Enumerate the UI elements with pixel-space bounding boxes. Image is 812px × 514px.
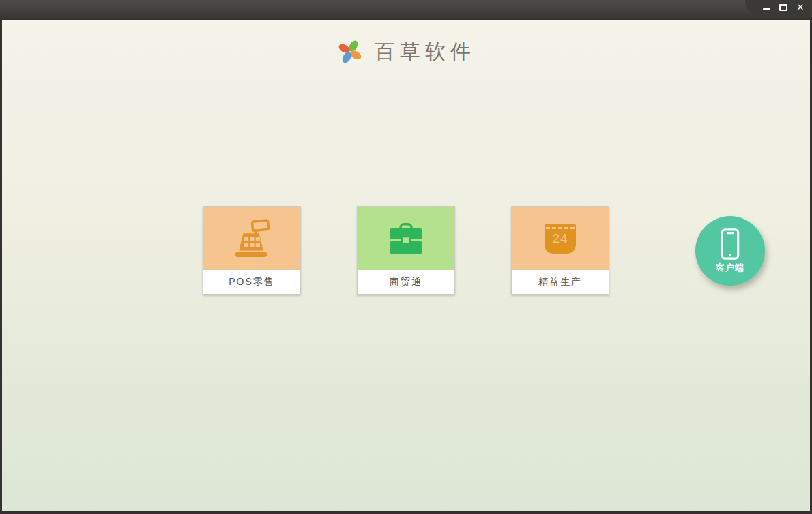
- product-card-trade-top: [358, 207, 454, 270]
- title-bar[interactable]: ✕: [0, 0, 812, 20]
- product-card-lean-label: 精益生产: [512, 270, 609, 294]
- pinwheel-logo-icon: [336, 38, 364, 65]
- product-card-pos-label: POS零售: [203, 270, 300, 294]
- calendar-number: 24: [545, 231, 576, 246]
- minimize-icon[interactable]: [762, 3, 771, 12]
- briefcase-icon: [389, 223, 423, 254]
- close-icon[interactable]: ✕: [796, 3, 805, 12]
- client-button-label: 客户端: [716, 262, 744, 274]
- product-card-pos-top: [203, 207, 300, 270]
- product-card-lean[interactable]: 24 精益生产: [511, 206, 609, 294]
- product-card-trade-label: 商贸通: [358, 270, 454, 294]
- cash-register-icon: [233, 219, 271, 258]
- calendar-24-icon: 24: [545, 224, 576, 254]
- app-window: { "window": { "controls": [ { "name": "m…: [0, 0, 812, 514]
- calendar-dash-line: [546, 227, 575, 229]
- client-button[interactable]: 客户端: [695, 216, 765, 286]
- window-controls: ✕: [745, 0, 812, 16]
- smartphone-icon: [720, 228, 740, 260]
- brand-header: 百草软件: [2, 37, 810, 67]
- product-card-lean-top: 24: [512, 207, 609, 270]
- product-card-pos[interactable]: POS零售: [203, 206, 301, 294]
- app-title: 百草软件: [375, 38, 476, 66]
- maximize-icon[interactable]: [779, 3, 788, 12]
- product-card-trade[interactable]: 商贸通: [357, 206, 455, 294]
- main-content: 百草软件 POS零售: [2, 20, 810, 511]
